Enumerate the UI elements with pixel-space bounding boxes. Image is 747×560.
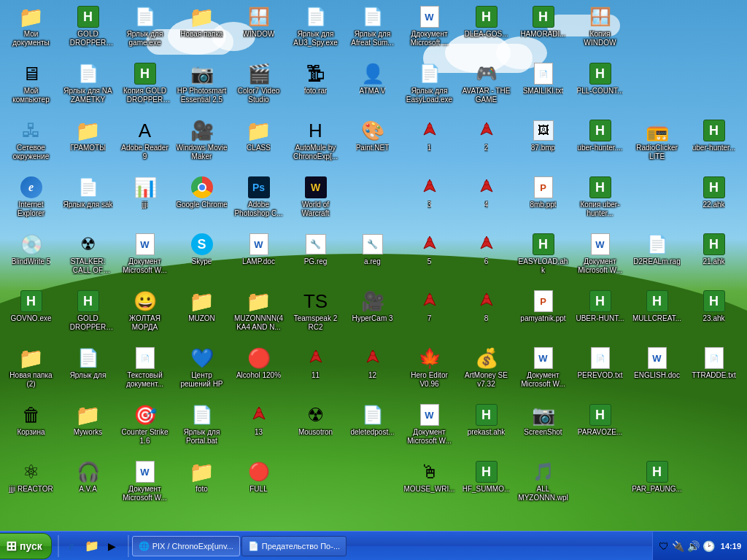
desktop-icon-100[interactable]: 🔴FULL: [231, 457, 286, 512]
desktop-icon-55[interactable]: HEASYLOAD.ahk: [516, 230, 570, 284]
desktop-icon-40[interactable]: WWorld of Warcraft: [288, 173, 343, 228]
desktop-icon-95[interactable]: HPARAVOZE...: [573, 400, 627, 455]
desktop-icon-35[interactable]: eInternet Explorer: [4, 173, 58, 228]
desktop-icon-74[interactable]: 📄Текстовый документ...: [117, 343, 172, 398]
desktop-icon-72[interactable]: 📁Новая папка (2): [4, 343, 58, 398]
desktop-icon-33[interactable]: 📻RadioClicker LITE: [630, 116, 684, 171]
desktop-icon-11[interactable]: 🖥Мой компьютер: [4, 59, 58, 114]
desktop-icon-4[interactable]: 🪟WINDOW: [231, 2, 286, 57]
desktop-icon-94[interactable]: 📷ScreenShot: [516, 400, 570, 455]
desktop-icon-92[interactable]: WДокумент Microsoft W...: [402, 400, 457, 455]
desktop-icon-64[interactable]: TSTeamspeak 2 RC2: [288, 287, 343, 341]
desktop-icon-103[interactable]: 🎵ALL MYZONNN.wpl: [516, 457, 570, 512]
desktop-icon-80[interactable]: 💰ArtMoney SE v7.32: [459, 343, 514, 398]
desktop-icon-79[interactable]: 🍁Hero Editor V0.96: [402, 343, 457, 398]
taskbar-btn-1[interactable]: 📄 Предательство По-...: [241, 536, 347, 556]
desktop-icon-22[interactable]: 🖧Сетевое окружение: [4, 116, 58, 171]
desktop-icon-69[interactable]: HUBER-HUNT...: [573, 287, 627, 341]
desktop-icon-1[interactable]: HGOLD DROPPER (C...: [61, 2, 115, 57]
ql-folder[interactable]: 📁: [82, 537, 101, 556]
desktop-icon-48[interactable]: WДокумент Microsoft W...: [117, 230, 172, 284]
desktop-icon-41[interactable]: 3: [402, 173, 457, 228]
desktop-icon-47[interactable]: ☢STALKER: CALL OF PRIPYAT: [61, 230, 115, 284]
desktop-icon-7[interactable]: WДдокумент Microsoft ...: [402, 2, 457, 57]
desktop-icon-44[interactable]: HКопия uber-hunter...: [573, 173, 627, 228]
desktop-icon-93[interactable]: Hprekast.ahk: [459, 400, 514, 455]
desktop-icon-16[interactable]: 🗜foto.rar: [288, 59, 343, 114]
ql-media[interactable]: ▶: [103, 537, 122, 556]
desktop-icon-51[interactable]: 🔧PG.reg: [288, 230, 343, 284]
desktop-icon-77[interactable]: 11: [288, 343, 343, 398]
desktop-icon-81[interactable]: WДокумент Microsoft W...: [516, 343, 570, 398]
desktop-icon-75[interactable]: 💙Центр решений HP: [174, 343, 229, 398]
desktop-icon-53[interactable]: 5: [402, 230, 457, 284]
desktop-icon-57[interactable]: 📄D2REALm.rag: [630, 230, 684, 284]
desktop-icon-19[interactable]: 🎮AVATAR - THE GAME: [459, 59, 514, 114]
desktop-icon-29[interactable]: 1: [402, 116, 457, 171]
desktop-icon-90[interactable]: ☢Mousotron: [288, 400, 343, 455]
desktop-icon-78[interactable]: 12: [345, 343, 400, 398]
desktop-icon-68[interactable]: Ppamyatnik.ppt: [516, 287, 570, 341]
desktop-icon-104[interactable]: HPAR_PAUNG...: [630, 457, 684, 512]
desktop-icon-86[interactable]: 📁Myworks: [61, 400, 115, 455]
desktop-icon-56[interactable]: WДокумент Microsoft W...: [573, 230, 627, 284]
desktop-icon-102[interactable]: HHF_SUMMO...: [459, 457, 514, 512]
desktop-icon-31[interactable]: 🖼87.bmp: [516, 116, 570, 171]
desktop-icon-45[interactable]: H22.ahk: [686, 173, 741, 228]
desktop-icon-13[interactable]: HКопия GOLD DROPPER (C...: [117, 59, 172, 114]
desktop-icon-71[interactable]: H23.ahk: [686, 287, 741, 341]
desktop-icon-3[interactable]: 📁Новая папка: [174, 2, 229, 57]
desktop-icon-50[interactable]: WLAMP.doc: [231, 230, 286, 284]
desktop-icon-66[interactable]: 7: [402, 287, 457, 341]
desktop-icon-18[interactable]: 📄Ярлык для EasyLoad.exe: [402, 59, 457, 114]
desktop-icon-61[interactable]: 😀ЖОЛТАЯ МОРДА: [117, 287, 172, 341]
desktop-icon-46[interactable]: 💿BlindWrite 5: [4, 230, 58, 284]
desktop-icon-10[interactable]: 🪟Копия WINDOW: [573, 2, 627, 57]
desktop-icon-15[interactable]: 🎬Color7 Video Studio: [231, 59, 286, 114]
desktop-icon-23[interactable]: 📁ГРАМОТЫ: [61, 116, 115, 171]
desktop-icon-97[interactable]: 🎧A.V.A: [61, 457, 115, 512]
tray-volume[interactable]: 🔊: [687, 540, 700, 552]
desktop-icon-87[interactable]: 🎯Counter Strike 1.6: [117, 400, 172, 455]
desktop-icon-58[interactable]: H21.ahk: [686, 230, 741, 284]
desktop-icon-38[interactable]: Google Chrome: [174, 173, 229, 228]
desktop-icon-85[interactable]: 🗑Корзина: [4, 400, 58, 455]
desktop-icon-62[interactable]: 📁MUZON: [174, 287, 229, 341]
desktop-icon-76[interactable]: 🔴Alcohol 120%: [231, 343, 286, 398]
taskbar-btn-0[interactable]: 🌐 PIX / ChronoExp[unv...: [132, 536, 240, 556]
desktop-icon-98[interactable]: WДокумент Microsoft W...: [117, 457, 172, 512]
desktop-icon-99[interactable]: 📁foto: [174, 457, 229, 512]
desktop-icon-12[interactable]: 📄Ярлык для NA ZAMETKY: [61, 59, 115, 114]
desktop-icon-34[interactable]: Huber-hunter...: [686, 116, 741, 171]
desktop-icon-43[interactable]: P8mb.ppt: [516, 173, 570, 228]
desktop-icon-89[interactable]: 13: [231, 400, 286, 455]
desktop-icon-20[interactable]: 📄SMAILIKI.txt: [516, 59, 570, 114]
desktop-icon-24[interactable]: AAdobe Reader 9: [117, 116, 172, 171]
desktop-icon-26[interactable]: 📁CLASS: [231, 116, 286, 171]
desktop-icon-91[interactable]: 📄deletedpost...: [345, 400, 400, 455]
desktop-icon-0[interactable]: 📁Мои документы: [4, 2, 58, 57]
desktop-icon-8[interactable]: HDLEA-GOS...: [459, 2, 514, 57]
desktop-icon-83[interactable]: WENGLISH.doc: [630, 343, 684, 398]
desktop-icon-17[interactable]: 👤ATMA V: [345, 59, 400, 114]
desktop-icon-82[interactable]: 📄PEREVOD.txt: [573, 343, 627, 398]
desktop-icon-52[interactable]: 🔧a.reg: [345, 230, 400, 284]
desktop-icon-70[interactable]: HMULLCREAT...: [630, 287, 684, 341]
ql-ie[interactable]: e: [62, 537, 81, 556]
desktop-icon-5[interactable]: 📄Ярлык для AU3_Spy.exe: [288, 2, 343, 57]
desktop-icon-28[interactable]: 🎨Paint.NET: [345, 116, 400, 171]
desktop-icon-42[interactable]: 4: [459, 173, 514, 228]
start-button[interactable]: ⊞ пуск: [0, 533, 52, 559]
desktop-icon-37[interactable]: 📊jjji: [117, 173, 172, 228]
desktop-icon-2[interactable]: 📄Ярлык для game.exe: [117, 2, 172, 57]
tray-network[interactable]: 🔌: [672, 540, 684, 552]
desktop-icon-14[interactable]: 📷HP Photosmart Essential 2.5: [174, 59, 229, 114]
desktop-icon-27[interactable]: HAutoMule by ChronoExp[...: [288, 116, 343, 171]
desktop-icon-9[interactable]: HHAMORADI...: [516, 2, 570, 57]
desktop-icon-73[interactable]: 📄Ярлык для: [61, 343, 115, 398]
desktop-icon-84[interactable]: 📄TTRADDE.txt: [686, 343, 741, 398]
desktop-icon-67[interactable]: 8: [459, 287, 514, 341]
desktop-icon-6[interactable]: 📄Ярлык для Afreat Sum...: [345, 2, 400, 57]
desktop-icon-63[interactable]: 📁MUZONNNN(4 KA4 AND N...: [231, 287, 286, 341]
desktop-icon-25[interactable]: 🎥Windows Movie Maker: [174, 116, 229, 171]
